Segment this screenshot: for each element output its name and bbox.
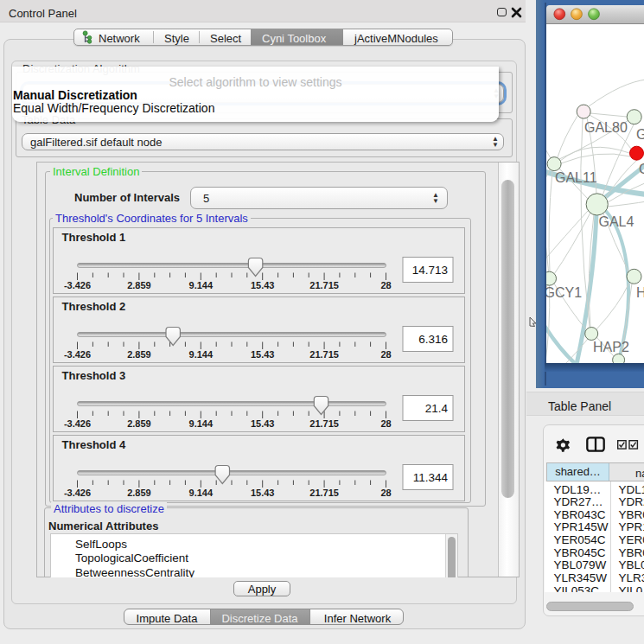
svg-text:C: C [639, 162, 644, 176]
svg-text:GAL80: GAL80 [584, 120, 628, 135]
svg-text:9.144: 9.144 [189, 488, 214, 498]
svg-text:21.715: 21.715 [309, 488, 339, 498]
svg-text:-3.426: -3.426 [64, 280, 91, 290]
svg-text:GAL4: GAL4 [599, 214, 634, 229]
svg-text:Threshold 3: Threshold 3 [62, 369, 126, 382]
svg-text:21.715: 21.715 [309, 280, 339, 290]
svg-text:21.4: 21.4 [425, 402, 449, 415]
svg-text:Threshold 1: Threshold 1 [62, 231, 126, 244]
svg-text:28: 28 [380, 349, 391, 360]
svg-text:15.43: 15.43 [251, 418, 275, 429]
svg-text:HAP2: HAP2 [593, 340, 629, 354]
svg-text:21.715: 21.715 [309, 349, 339, 360]
svg-text:28: 28 [380, 280, 391, 290]
svg-text:9.144: 9.144 [189, 418, 214, 429]
svg-text:15.43: 15.43 [251, 349, 275, 360]
svg-text:-3.426: -3.426 [64, 418, 91, 429]
svg-text:28: 28 [380, 418, 391, 429]
svg-text:2.859: 2.859 [127, 418, 151, 429]
svg-text:2.859: 2.859 [127, 488, 151, 498]
svg-text:28: 28 [380, 488, 391, 498]
svg-text:-3.426: -3.426 [64, 488, 91, 498]
svg-text:6.316: 6.316 [418, 333, 448, 346]
svg-text:H: H [636, 285, 644, 300]
svg-text:2.859: 2.859 [127, 280, 151, 290]
svg-text:15.43: 15.43 [251, 488, 275, 498]
svg-text:GAL11: GAL11 [555, 170, 597, 185]
svg-text:GCY1: GCY1 [546, 285, 582, 300]
svg-text:21.715: 21.715 [309, 418, 339, 429]
svg-text:11.344: 11.344 [413, 471, 449, 484]
svg-text:9.144: 9.144 [189, 349, 214, 360]
svg-text:15.43: 15.43 [251, 280, 275, 290]
svg-text:-3.426: -3.426 [64, 349, 91, 360]
svg-text:Threshold 4: Threshold 4 [62, 438, 126, 451]
svg-text:2.859: 2.859 [127, 349, 151, 360]
svg-text:14.713: 14.713 [412, 264, 448, 277]
svg-text:GA: GA [636, 127, 644, 142]
svg-text:9.144: 9.144 [189, 280, 214, 290]
svg-text:Threshold 2: Threshold 2 [62, 300, 126, 313]
